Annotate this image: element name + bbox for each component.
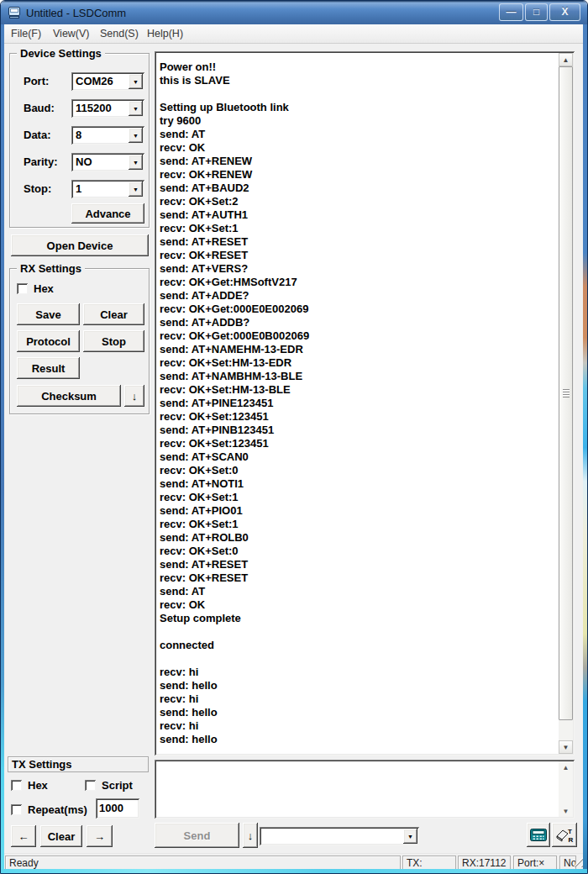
svg-text:R: R: [569, 836, 574, 844]
stop-combobox[interactable]: 1 ▼: [71, 180, 144, 198]
window-border-left: [1, 24, 4, 871]
chevron-down-icon[interactable]: ▼: [129, 128, 143, 143]
baud-value: 115200: [76, 102, 112, 114]
menu-file[interactable]: File(F): [11, 28, 41, 39]
chevron-down-icon[interactable]: ▼: [129, 155, 143, 170]
data-value: 8: [76, 129, 81, 141]
parity-combobox[interactable]: NO ▼: [71, 153, 144, 171]
advance-button[interactable]: Advance: [71, 203, 144, 224]
menu-help[interactable]: Help(H): [147, 28, 183, 39]
history-next-button[interactable]: →: [87, 825, 113, 847]
device-settings-title: Device Settings: [17, 47, 105, 60]
stop-label: Stop:: [24, 182, 51, 195]
stop-value: 1: [76, 182, 81, 195]
menu-view[interactable]: View(V): [53, 28, 90, 39]
tx-script-label: Script: [102, 779, 133, 792]
send-down-arrow-button[interactable]: ↓: [243, 823, 258, 848]
thumb-grip-icon: [563, 389, 570, 398]
port-combobox[interactable]: COM26 ▼: [71, 72, 144, 91]
rx-hex-label: Hex: [34, 282, 54, 295]
send-button[interactable]: Send: [155, 823, 239, 848]
menu-bar: File(F) View(V) Send(S) Help(H): [4, 24, 585, 44]
menu-send[interactable]: Send(S): [100, 28, 139, 39]
keypad-icon: [530, 829, 547, 841]
scrollbar-thumb[interactable]: [559, 66, 573, 720]
port-label: Port:: [24, 75, 49, 87]
terminal-scrollbar[interactable]: ▲ ▼: [559, 53, 573, 754]
svg-text:T: T: [568, 828, 572, 835]
parity-value: NO: [76, 155, 92, 168]
app-icon: [8, 6, 21, 19]
result-button[interactable]: Result: [17, 357, 80, 379]
chevron-down-icon[interactable]: ▼: [129, 101, 143, 116]
status-port: Port:×: [513, 856, 557, 870]
rx-hex-checkbox[interactable]: [17, 283, 28, 294]
save-button[interactable]: Save: [17, 303, 80, 325]
data-combobox[interactable]: 8 ▼: [71, 126, 144, 145]
repeat-ms-input[interactable]: 1000: [96, 798, 139, 819]
scroll-up-icon[interactable]: ▲: [559, 761, 573, 773]
stop-rx-button[interactable]: Stop: [83, 330, 144, 352]
tx-hex-checkbox[interactable]: [11, 780, 22, 791]
rx-terminal-area[interactable]: Power on!! this is SLAVE Setting up Blue…: [155, 51, 575, 756]
tx-repeat-checkbox[interactable]: [11, 804, 22, 815]
checksum-down-arrow-button[interactable]: ↓: [124, 385, 144, 407]
device-settings-group: Device Settings Port: COM26 ▼ Baud: 1152…: [9, 53, 150, 228]
parity-label: Parity:: [24, 155, 57, 168]
clear-rx-button[interactable]: Clear: [83, 303, 144, 325]
title-bar[interactable]: Untitled - LSDComm — □ X: [1, 1, 587, 24]
maximize-button[interactable]: □: [525, 3, 548, 21]
minimize-button[interactable]: —: [499, 3, 523, 21]
tx-hex-label: Hex: [28, 779, 48, 792]
chevron-down-icon[interactable]: ▼: [129, 182, 143, 197]
chevron-down-icon[interactable]: ▼: [129, 74, 143, 89]
rx-terminal-text: Power on!! this is SLAVE Setting up Blue…: [160, 61, 309, 746]
scroll-down-icon[interactable]: ▼: [559, 740, 573, 754]
tx-settings-header: TX Settings: [8, 756, 149, 772]
baud-combobox[interactable]: 115200 ▼: [71, 99, 144, 118]
checksum-button[interactable]: Checksum: [17, 385, 121, 407]
repeat-ms-value: 1000: [99, 802, 123, 814]
status-tx: TX:: [402, 856, 456, 870]
chevron-down-icon[interactable]: ▼: [403, 829, 417, 844]
eraser-tr-button[interactable]: T R: [552, 823, 577, 847]
keypad-button[interactable]: [527, 823, 550, 847]
tx-script-checkbox[interactable]: [85, 780, 96, 791]
tx-repeat-label: Repeat(ms): [28, 803, 87, 816]
port-value: COM26: [76, 75, 113, 87]
scroll-up-icon[interactable]: ▲: [559, 53, 573, 66]
app-window: Untitled - LSDComm — □ X File(F) View(V)…: [0, 0, 588, 874]
rx-settings-title: RX Settings: [17, 262, 85, 275]
tx-settings-title: TX Settings: [12, 758, 72, 771]
history-prev-button[interactable]: ←: [11, 825, 36, 847]
data-label: Data:: [24, 129, 51, 141]
tx-input-area[interactable]: ▲ ▼: [155, 760, 575, 819]
scroll-down-icon[interactable]: ▼: [559, 805, 573, 817]
tx-input-scrollbar[interactable]: ▲ ▼: [559, 761, 573, 817]
status-bar: Ready TX: RX:17112 Port:× No: [4, 853, 585, 871]
window-border-bottom: [1, 869, 587, 873]
window-title: Untitled - LSDComm: [26, 7, 126, 19]
status-rx: RX:17112: [458, 856, 511, 870]
close-button[interactable]: X: [549, 3, 580, 21]
status-extra: No: [559, 856, 576, 870]
protocol-button[interactable]: Protocol: [17, 330, 80, 352]
status-ready: Ready: [5, 856, 401, 870]
baud-label: Baud:: [24, 102, 55, 114]
open-device-button[interactable]: Open Device: [11, 234, 149, 256]
clear-tx-button[interactable]: Clear: [40, 825, 82, 847]
rx-settings-group: RX Settings Hex Save Clear Protocol Stop…: [9, 268, 150, 414]
send-history-combobox[interactable]: ▼: [260, 827, 419, 845]
window-border-right: [583, 24, 587, 871]
eraser-tr-icon: T R: [554, 827, 575, 844]
